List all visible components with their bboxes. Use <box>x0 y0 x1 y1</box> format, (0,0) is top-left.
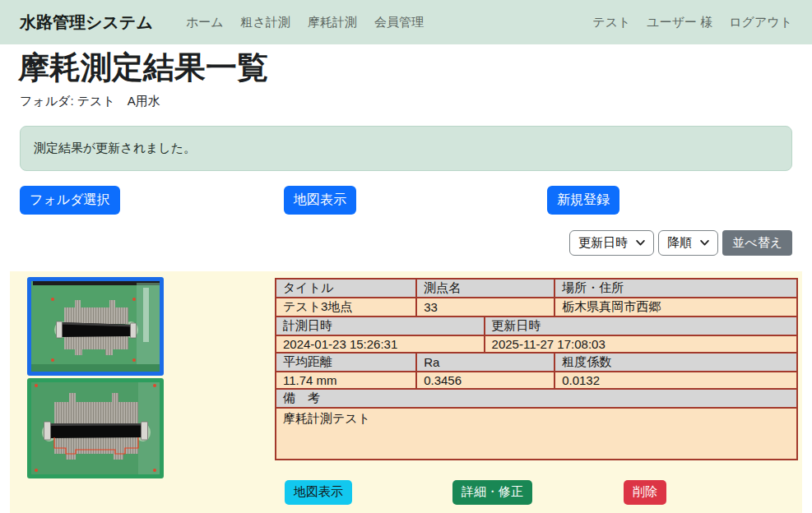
value-roughness-coeff: 0.0132 <box>554 372 797 389</box>
table-row: タイトル 測点名 場所・住所 <box>276 279 797 298</box>
value-avg-distance: 11.74 mm <box>276 372 416 389</box>
value-location: 栃木県真岡市西郷 <box>554 298 797 317</box>
actions-row: フォルダ選択 地図表示 新規登録 <box>0 186 812 215</box>
record-table: タイトル 測点名 場所・住所 テスト3地点 33 栃木県真岡市西郷 計測日時 更… <box>275 278 798 460</box>
record-map-button[interactable]: 地図表示 <box>285 480 352 505</box>
header-location: 場所・住所 <box>554 279 797 298</box>
value-point-name: 33 <box>416 298 554 317</box>
contour-gauge-photo <box>31 382 160 474</box>
table-row: 備 考 <box>276 389 797 408</box>
nav-logout[interactable]: ログアウト <box>729 15 792 30</box>
nav-account-test[interactable]: テスト <box>592 15 630 30</box>
header-remarks: 備 考 <box>276 389 797 408</box>
header-title: タイトル <box>276 279 416 298</box>
header-ra: Ra <box>416 353 554 372</box>
header-measured-at: 計測日時 <box>276 317 485 335</box>
value-ra: 0.3456 <box>416 372 554 389</box>
measurement-result-panel: タイトル 測点名 場所・住所 テスト3地点 33 栃木県真岡市西郷 計測日時 更… <box>10 271 802 513</box>
nav-roughness-measure[interactable]: 粗さ計測 <box>241 15 290 30</box>
chevron-down-icon <box>700 240 709 246</box>
nav-member-admin[interactable]: 会員管理 <box>374 15 424 30</box>
app-brand[interactable]: 水路管理システム <box>20 12 153 34</box>
table-row: 計測日時 更新日時 <box>276 317 797 335</box>
table-row: 11.74 mm 0.3456 0.0132 <box>276 372 797 389</box>
navbar: 水路管理システム ホーム 粗さ計測 摩耗計測 会員管理 テスト ユーザー 様 ロ… <box>0 0 812 44</box>
table-row: 2024-01-23 15:26:31 2025-11-27 17:08:03 <box>276 335 797 353</box>
measurement-photo-selected[interactable] <box>27 277 164 376</box>
measurement-photo[interactable] <box>27 378 164 478</box>
table-row: 摩耗計測テスト <box>276 408 797 460</box>
header-avg-distance: 平均距離 <box>276 353 416 372</box>
contour-gauge-photo-selected <box>31 281 160 372</box>
value-title: テスト3地点 <box>276 298 416 317</box>
folder-select-button[interactable]: フォルダ選択 <box>20 186 120 215</box>
show-map-button[interactable]: 地図表示 <box>284 186 356 215</box>
value-measured-at: 2024-01-23 15:26:31 <box>276 335 485 353</box>
table-row: 平均距離 Ra 粗度係数 <box>276 353 797 372</box>
value-remarks: 摩耗計測テスト <box>276 408 797 460</box>
record-edit-button[interactable]: 詳細・修正 <box>452 480 532 505</box>
update-success-alert: 測定結果が更新されました。 <box>20 126 792 171</box>
header-roughness-coeff: 粗度係数 <box>554 353 797 372</box>
nav-home[interactable]: ホーム <box>186 15 224 30</box>
sort-order-value: 降順 <box>667 235 692 251</box>
nav-wear-measure[interactable]: 摩耗計測 <box>308 15 357 30</box>
sort-controls: 更新日時 降順 並べ替え <box>20 230 792 256</box>
nav-links: ホーム 粗さ計測 摩耗計測 会員管理 <box>186 15 424 30</box>
value-updated-at: 2025-11-27 17:08:03 <box>485 335 797 353</box>
sort-apply-button[interactable]: 並べ替え <box>722 230 792 256</box>
register-new-button[interactable]: 新規登録 <box>547 186 619 215</box>
sort-field-value: 更新日時 <box>578 235 628 251</box>
sort-field-select[interactable]: 更新日時 <box>569 230 654 256</box>
nav-right: テスト ユーザー 様 ログアウト <box>592 15 792 30</box>
page-title: 摩耗測定結果一覧 <box>0 49 812 88</box>
header-updated-at: 更新日時 <box>485 317 797 335</box>
header-point-name: 測点名 <box>416 279 554 298</box>
sort-order-select[interactable]: 降順 <box>658 230 718 256</box>
record-delete-button[interactable]: 削除 <box>624 480 666 505</box>
table-row: テスト3地点 33 栃木県真岡市西郷 <box>276 298 797 317</box>
folder-label: フォルダ: テスト A用水 <box>0 94 812 109</box>
nav-user-name[interactable]: ユーザー 様 <box>647 15 712 30</box>
chevron-down-icon <box>636 240 645 246</box>
